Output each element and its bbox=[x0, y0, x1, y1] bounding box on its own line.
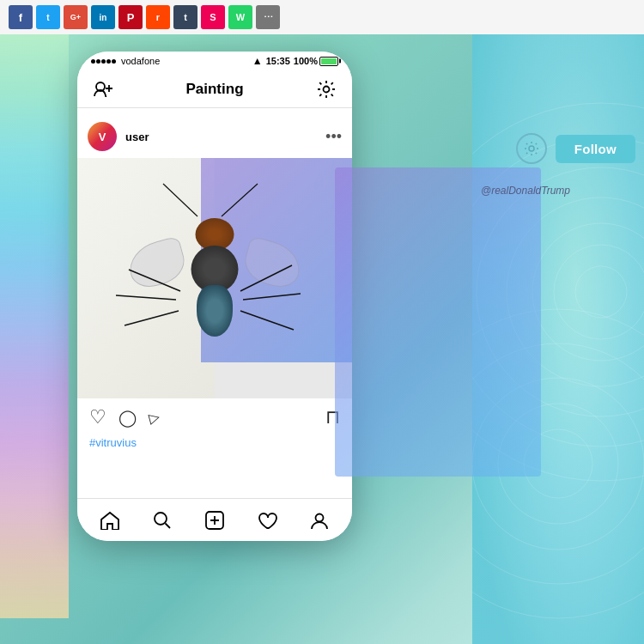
post-more-button[interactable]: ••• bbox=[325, 128, 342, 146]
add-user-button[interactable] bbox=[91, 77, 115, 101]
fly-body bbox=[163, 210, 266, 347]
add-icon bbox=[204, 510, 225, 531]
gear-icon bbox=[524, 141, 539, 156]
status-bar: vodafone ▲ 15:35 100% bbox=[77, 52, 352, 70]
gear-settings-button[interactable] bbox=[516, 133, 547, 164]
follow-area: Follow bbox=[516, 133, 635, 164]
post-avatar: V bbox=[88, 122, 117, 151]
time-display: 15:35 bbox=[266, 56, 290, 66]
share-button[interactable]: ▷ bbox=[147, 408, 161, 426]
nav-add-button[interactable] bbox=[197, 503, 232, 538]
post-hashtag[interactable]: #vitruvius bbox=[77, 436, 352, 456]
stumbleupon-share-btn[interactable]: S bbox=[201, 5, 225, 29]
phone-frame: vodafone ▲ 15:35 100% Painting bbox=[77, 52, 352, 541]
battery-container: 100% bbox=[294, 56, 338, 66]
social-share-bar: f t G+ in P r t S W ⋯ bbox=[0, 0, 644, 34]
search-icon bbox=[153, 511, 172, 530]
carrier-name: vodafone bbox=[121, 56, 160, 66]
signal-dot-3 bbox=[101, 59, 106, 64]
tumblr-share-btn[interactable]: t bbox=[173, 5, 197, 29]
settings-icon bbox=[317, 80, 336, 99]
status-left: vodafone bbox=[91, 56, 160, 66]
home-icon bbox=[100, 511, 120, 530]
comment-button[interactable]: ◯ bbox=[118, 408, 137, 428]
twitter-share-btn[interactable]: t bbox=[36, 5, 60, 29]
svg-point-30 bbox=[315, 513, 323, 521]
left-iridescent-strip bbox=[0, 34, 69, 618]
post-actions: ♡ ◯ ▷ ⊓ bbox=[77, 398, 352, 436]
googleplus-share-btn[interactable]: G+ bbox=[64, 5, 88, 29]
overlay-panel bbox=[335, 167, 541, 477]
signal-dot-4 bbox=[106, 59, 111, 64]
battery-fill bbox=[321, 58, 337, 64]
instagram-header: Painting bbox=[77, 70, 352, 108]
signal-dot-1 bbox=[91, 59, 95, 64]
nav-profile-button[interactable] bbox=[302, 503, 337, 538]
fly-abdomen bbox=[197, 285, 233, 337]
settings-button[interactable] bbox=[314, 77, 338, 101]
nav-likes-button[interactable] bbox=[250, 503, 284, 538]
bottom-nav bbox=[77, 498, 352, 541]
post-image bbox=[77, 158, 352, 398]
add-user-icon bbox=[94, 82, 112, 97]
signal-dot-5 bbox=[112, 59, 116, 64]
follow-button[interactable]: Follow bbox=[556, 135, 635, 163]
signal-dot-2 bbox=[96, 59, 100, 64]
reddit-share-btn[interactable]: r bbox=[146, 5, 170, 29]
linkedin-share-btn[interactable]: in bbox=[91, 5, 115, 29]
pinterest-share-btn[interactable]: P bbox=[118, 5, 143, 29]
svg-point-16 bbox=[324, 86, 330, 92]
more-share-btn[interactable]: ⋯ bbox=[256, 5, 280, 29]
wifi-icon: ▲ bbox=[252, 55, 263, 67]
post-card: V user ••• bbox=[77, 115, 352, 456]
heart-icon bbox=[257, 511, 277, 530]
nav-home-button[interactable] bbox=[93, 503, 127, 538]
svg-point-25 bbox=[155, 513, 167, 525]
post-username: user bbox=[125, 131, 149, 143]
like-button[interactable]: ♡ bbox=[89, 406, 106, 428]
profile-icon bbox=[310, 511, 329, 530]
battery-icon bbox=[319, 57, 338, 66]
nav-search-button[interactable] bbox=[145, 503, 179, 538]
whatsapp-share-btn[interactable]: W bbox=[228, 5, 252, 29]
svg-line-26 bbox=[166, 523, 171, 528]
status-right: ▲ 15:35 100% bbox=[252, 55, 338, 67]
battery-pct-label: 100% bbox=[294, 56, 318, 66]
svg-point-31 bbox=[529, 146, 534, 151]
signal-dots bbox=[91, 59, 116, 64]
post-header: V user ••• bbox=[77, 115, 352, 158]
facebook-share-btn[interactable]: f bbox=[9, 5, 33, 29]
username-overlay-text: @realDonaldTrump bbox=[481, 185, 570, 197]
page-title: Painting bbox=[185, 81, 243, 98]
